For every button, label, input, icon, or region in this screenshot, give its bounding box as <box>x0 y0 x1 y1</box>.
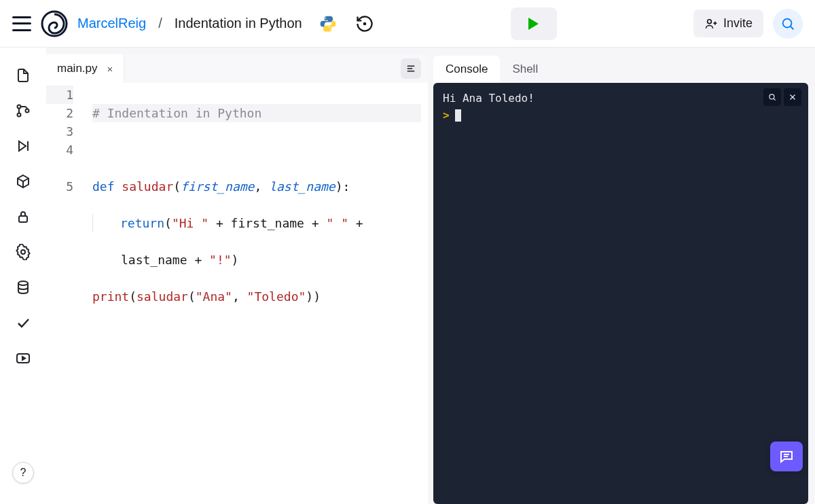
file-tab-label: main.py <box>57 62 98 75</box>
run-button[interactable] <box>511 7 557 40</box>
svg-marker-19 <box>22 357 25 360</box>
console-output-line: Hi Ana Toledo! <box>443 91 799 106</box>
play-icon <box>528 18 539 30</box>
svg-point-1 <box>325 17 326 18</box>
settings-icon[interactable] <box>14 243 32 261</box>
code-content[interactable]: # Indentation in Python def saludar(firs… <box>84 83 428 504</box>
svg-marker-12 <box>19 141 26 151</box>
svg-point-17 <box>18 281 28 285</box>
files-icon[interactable] <box>14 67 32 84</box>
debugger-icon[interactable] <box>14 137 32 155</box>
svg-line-24 <box>774 98 776 101</box>
editor-tab-bar: main.py × <box>46 54 428 83</box>
code-editor[interactable]: 1 2 3 4 5 # Indentation in Python def sa… <box>46 83 428 504</box>
invite-label: Invite <box>723 16 753 31</box>
owner-link[interactable]: MarcelReig <box>77 16 146 31</box>
search-icon <box>780 16 795 31</box>
svg-point-4 <box>708 19 712 23</box>
line-gutter: 1 2 3 4 5 <box>46 83 84 504</box>
packages-icon[interactable] <box>14 173 32 190</box>
help-button[interactable]: ? <box>12 462 34 484</box>
console-tab-bar: Console Shell <box>433 54 815 83</box>
svg-point-10 <box>18 113 21 117</box>
console-prompt[interactable]: > <box>443 109 799 122</box>
checkmark-icon[interactable] <box>14 314 32 331</box>
person-add-icon <box>704 17 718 31</box>
svg-point-2 <box>329 29 331 30</box>
database-icon[interactable] <box>14 278 32 296</box>
align-icon <box>405 62 417 75</box>
file-tab-main[interactable]: main.py × <box>46 54 124 83</box>
python-icon <box>319 14 338 33</box>
header-bar: MarcelReig / Indentation in Python Invit… <box>0 0 815 48</box>
breadcrumb-separator: / <box>158 16 162 31</box>
svg-point-11 <box>26 109 29 113</box>
chat-icon <box>778 448 795 465</box>
svg-rect-15 <box>19 216 27 222</box>
search-button[interactable] <box>773 9 803 39</box>
svg-point-7 <box>783 18 792 27</box>
cursor-icon <box>455 109 461 122</box>
svg-point-23 <box>769 94 774 99</box>
svg-line-8 <box>791 26 794 29</box>
console-search-button[interactable] <box>763 88 781 106</box>
secrets-icon[interactable] <box>14 208 32 226</box>
invite-button[interactable]: Invite <box>693 10 763 37</box>
svg-point-16 <box>21 250 25 254</box>
menu-icon[interactable] <box>12 16 31 31</box>
svg-point-9 <box>18 105 21 109</box>
prompt-caret-icon: > <box>443 109 450 122</box>
search-icon <box>767 92 777 102</box>
repl-title[interactable]: Indentation in Python <box>175 16 302 31</box>
close-tab-icon[interactable]: × <box>105 62 116 76</box>
console-panel: Console Shell Hi Ana Toledo! > <box>433 54 815 504</box>
version-control-icon[interactable] <box>14 102 32 120</box>
history-icon[interactable] <box>355 14 374 33</box>
tab-console[interactable]: Console <box>433 56 500 83</box>
chat-button[interactable] <box>770 442 803 471</box>
svg-point-3 <box>363 22 365 24</box>
replit-logo-icon[interactable] <box>41 10 68 37</box>
format-code-button[interactable] <box>401 58 421 79</box>
close-icon <box>789 93 797 101</box>
editor-panel: main.py × 1 2 3 4 5 # Indentation in Pyt… <box>46 54 428 504</box>
tutorial-icon[interactable] <box>14 349 32 367</box>
console-clear-button[interactable] <box>784 88 801 106</box>
tab-shell[interactable]: Shell <box>500 56 550 83</box>
console-output-area[interactable]: Hi Ana Toledo! > <box>433 83 808 504</box>
left-sidebar: ? <box>0 48 46 504</box>
